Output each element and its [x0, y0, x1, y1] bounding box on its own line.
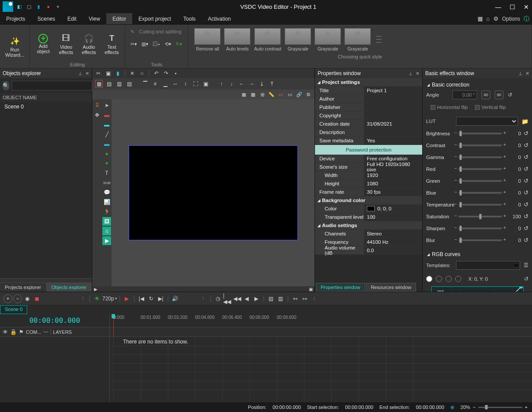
prev-frame-icon[interactable]: |◀ — [137, 294, 146, 303]
run-wizard-button[interactable]: ✨ Run Wizard... — [3, 26, 27, 66]
qat-dropdown-icon[interactable]: ▾ — [54, 3, 62, 10]
search-input[interactable] — [12, 81, 92, 90]
prop-row[interactable]: Color0; 0; 0 — [315, 205, 422, 213]
project-settings-group[interactable]: ◢Project settings — [315, 78, 422, 87]
play-button[interactable]: ▶ — [123, 294, 131, 303]
prop-value[interactable]: Stereo — [364, 230, 422, 238]
redo-icon[interactable]: ↷ — [163, 70, 170, 77]
add-circle-icon[interactable]: + — [4, 294, 12, 303]
prop-row[interactable]: Height1080 — [315, 180, 422, 188]
grid-icon[interactable]: ⊞ — [259, 91, 266, 98]
add-object-button[interactable]: + Add object — [33, 26, 54, 61]
chevron-down-icon[interactable]: ⋮ — [78, 294, 87, 303]
slider-reset-icon[interactable]: ↺ — [524, 166, 528, 172]
search-button[interactable]: 🔍 — [3, 81, 9, 90]
options-label[interactable]: Options — [502, 16, 520, 22]
close-panel-icon[interactable]: ✕ — [85, 71, 89, 76]
play-green-icon[interactable]: ▶ — [102, 236, 111, 245]
prop-value[interactable]: Project 1 — [364, 87, 422, 94]
home-icon[interactable]: ⌂ — [486, 15, 490, 22]
menu-export[interactable]: Export project — [132, 13, 177, 24]
menu-scenes[interactable]: Scenes — [31, 13, 61, 24]
rotate-90-ccw-button[interactable]: 90 — [481, 90, 490, 99]
menu-projects[interactable]: Projects — [0, 13, 31, 24]
style-auto-levels[interactable]: Auto levels — [224, 28, 250, 51]
object-row-scene0[interactable]: Scene 0 — [0, 102, 92, 112]
slider-reset-icon[interactable]: ↺ — [524, 237, 528, 243]
expand-icon[interactable]: ▣ — [309, 287, 313, 292]
prop-value[interactable] — [364, 103, 422, 111]
pin-icon[interactable]: ⊥ — [78, 71, 83, 76]
pin-icon[interactable]: ⊥ — [409, 71, 413, 76]
qat-icon-1[interactable]: ◧ — [16, 3, 23, 10]
curve-reset-icon[interactable]: ↺ — [524, 276, 528, 282]
scene-tab[interactable]: Scene 0 — [0, 305, 27, 314]
tab-projects-explorer[interactable]: Projects explorer — [0, 283, 46, 292]
align-b-icon[interactable]: ▁ — [161, 80, 169, 88]
resolution-label[interactable]: 720p — [102, 296, 114, 302]
chevron-down-icon[interactable]: ⋮ — [199, 294, 208, 303]
gear-icon[interactable]: ⚙ — [493, 15, 499, 22]
qat-icon-2[interactable]: ▢ — [25, 3, 33, 10]
prop-row[interactable]: Frame rate30 fps — [315, 188, 422, 196]
audio-settings-group[interactable]: ◢Audio settings — [315, 221, 422, 230]
eye-icon[interactable]: 👁 — [93, 294, 101, 303]
prop-value[interactable]: Yes — [364, 137, 422, 145]
dist-v-icon[interactable]: ↕ — [181, 80, 189, 88]
prop-value[interactable] — [364, 95, 422, 103]
menu-editor[interactable]: Editor — [106, 13, 132, 24]
prop-value[interactable]: 1920 — [364, 171, 422, 179]
info-icon[interactable]: ⓘ — [524, 15, 529, 23]
prop-value[interactable]: Full HD 1920x1080 pixe — [364, 163, 422, 171]
crop-tool-icon[interactable]: ⿴▾ — [153, 41, 160, 47]
flag-column-icon[interactable]: ⚑ — [19, 329, 24, 335]
paste-icon[interactable]: ▮ — [114, 70, 121, 77]
angle-input[interactable] — [452, 90, 477, 99]
arrow-right-icon[interactable]: → — [248, 80, 256, 88]
shape-free-icon[interactable]: ✦ — [102, 159, 111, 168]
style-remove-all[interactable]: Remove all — [194, 28, 221, 51]
text-effects-button[interactable]: T Text effects — [101, 26, 122, 61]
prop-value[interactable]: 31/08/2021 — [364, 120, 422, 128]
slider-reset-icon[interactable]: ↺ — [524, 142, 528, 148]
misc4-icon[interactable]: ↦ — [300, 294, 309, 303]
clock-icon[interactable]: ◷ — [214, 294, 222, 303]
lut-select[interactable] — [456, 117, 518, 126]
rect-cyan-icon[interactable]: ▬ — [102, 120, 111, 129]
prop-row[interactable]: Creation date31/08/2021 — [315, 120, 422, 128]
prop-row[interactable]: TitleProject 1 — [315, 87, 422, 95]
prop-row[interactable]: Description — [315, 128, 422, 137]
send-back-icon[interactable]: ⤓ — [258, 80, 266, 88]
timeline-ruler[interactable]: 0:00000:01.60000:03.20000:04.80000:06.40… — [110, 314, 532, 327]
password-protection-button[interactable]: Password protection — [315, 145, 422, 155]
scissors-icon[interactable]: ✂ — [95, 70, 102, 77]
undo-icon[interactable]: ↶ — [153, 70, 160, 77]
video-effects-button[interactable]: 🎞 Video effects — [55, 26, 76, 61]
prop-value[interactable] — [364, 128, 422, 136]
slider-track[interactable]: −+ — [459, 180, 502, 182]
marker2-icon[interactable]: ◼ — [33, 294, 41, 303]
prop-row[interactable]: Publisher — [315, 103, 422, 112]
style-grayscale-3[interactable]: Grayscale — [344, 28, 371, 51]
prop-value[interactable]: 1080 — [364, 180, 422, 188]
shape-ellipse-icon[interactable]: ● — [102, 149, 111, 158]
next-frame-icon[interactable]: ▶| — [156, 294, 165, 303]
rgb-circle-green[interactable] — [445, 276, 452, 282]
slider-track[interactable]: −+ — [459, 145, 502, 146]
rewind-icon[interactable]: ◀◀ — [233, 294, 242, 303]
style-scroll-handle[interactable] — [374, 28, 383, 51]
horizontal-flip-checkbox[interactable]: Horizontal flip — [431, 105, 468, 110]
style-auto-contrast[interactable]: Auto contrast — [254, 28, 281, 51]
arrow-down-icon[interactable]: ↓ — [228, 80, 235, 88]
zoom-in-icon[interactable]: + — [525, 405, 528, 410]
lut-folder-icon[interactable]: 📁 — [521, 118, 528, 125]
rotate-90-cw-button[interactable]: 90 — [495, 90, 503, 99]
goto-start-icon[interactable]: |◀◀ — [223, 294, 232, 303]
slider-reset-icon[interactable]: ↺ — [524, 177, 528, 184]
rect-red-icon[interactable]: ▬ — [102, 111, 111, 119]
slider-reset-icon[interactable]: ↺ — [524, 225, 528, 231]
speaker-icon[interactable]: 🔊 — [171, 294, 180, 303]
select-tool-icon[interactable]: ▦ — [95, 80, 103, 88]
preview-canvas[interactable] — [129, 145, 298, 240]
eye-column-icon[interactable]: 👁 — [3, 329, 8, 335]
